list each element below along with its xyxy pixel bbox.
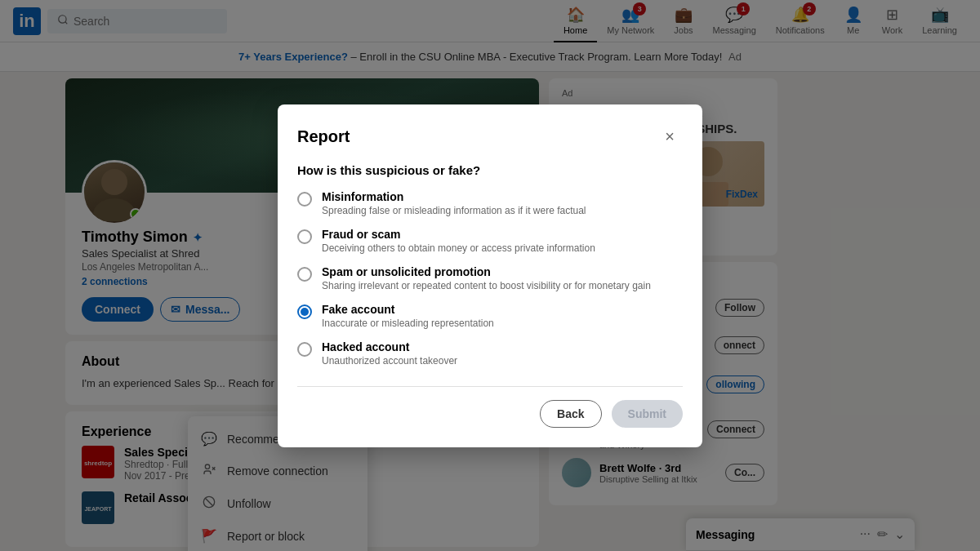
misinformation-desc: Spreading false or misleading informatio… (322, 205, 586, 216)
fake-account-text: Fake account Inaccurate or misleading re… (322, 303, 494, 329)
spam-label: Spam or unsolicited promotion (322, 265, 651, 278)
fake-account-label: Fake account (322, 303, 494, 316)
fraud-scam-radio[interactable] (297, 229, 312, 244)
spam-text: Spam or unsolicited promotion Sharing ir… (322, 265, 651, 291)
option-spam[interactable]: Spam or unsolicited promotion Sharing ir… (297, 265, 683, 291)
fraud-scam-text: Fraud or scam Deceiving others to obtain… (322, 228, 595, 254)
option-fake-account[interactable]: Fake account Inaccurate or misleading re… (297, 303, 683, 329)
submit-button[interactable]: Submit (612, 400, 683, 428)
modal-footer: Back Submit (297, 386, 683, 428)
back-button[interactable]: Back (540, 400, 601, 428)
hacked-account-label: Hacked account (322, 340, 457, 353)
modal-close-button[interactable]: × (657, 124, 683, 150)
fraud-scam-desc: Deceiving others to obtain money or acce… (322, 242, 595, 254)
misinformation-radio[interactable] (297, 192, 312, 207)
modal-overlay[interactable]: Report × How is this suspicious or fake?… (0, 0, 980, 551)
spam-desc: Sharing irrelevant or repeated content t… (322, 280, 651, 291)
modal-header: Report × (297, 124, 683, 150)
hacked-account-text: Hacked account Unauthorized account take… (322, 340, 457, 367)
option-misinformation[interactable]: Misinformation Spreading false or mislea… (297, 190, 683, 216)
option-fraud-scam[interactable]: Fraud or scam Deceiving others to obtain… (297, 228, 683, 254)
modal-title: Report (297, 127, 350, 146)
hacked-account-radio[interactable] (297, 342, 312, 357)
misinformation-label: Misinformation (322, 190, 586, 203)
misinformation-text: Misinformation Spreading false or mislea… (322, 190, 586, 216)
fake-account-desc: Inaccurate or misleading representation (322, 318, 494, 329)
option-hacked-account[interactable]: Hacked account Unauthorized account take… (297, 340, 683, 367)
fraud-scam-label: Fraud or scam (322, 228, 595, 241)
hacked-account-desc: Unauthorized account takeover (322, 355, 457, 367)
report-modal: Report × How is this suspicious or fake?… (278, 104, 702, 447)
fake-account-radio[interactable] (297, 304, 312, 319)
modal-question: How is this suspicious or fake? (297, 163, 683, 177)
spam-radio[interactable] (297, 267, 312, 282)
